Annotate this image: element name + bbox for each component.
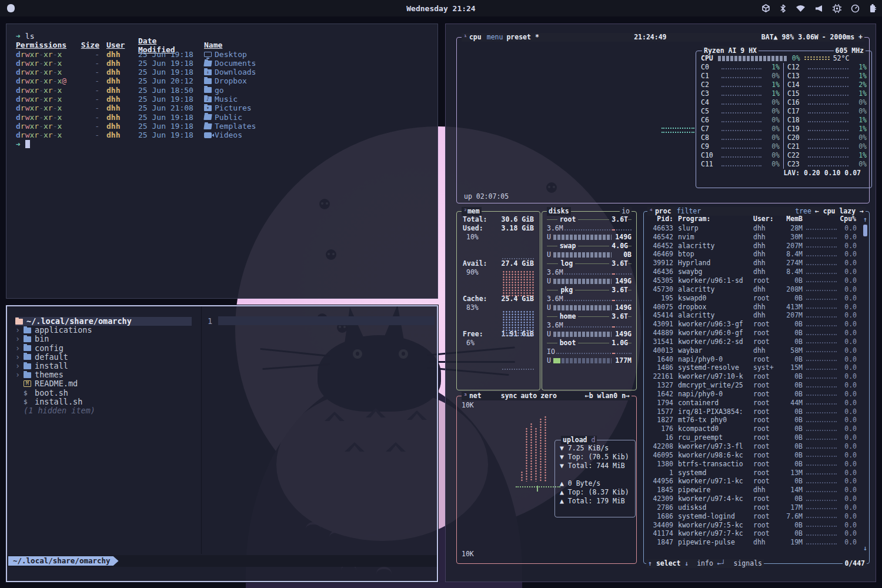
- process-row[interactable]: 1845 pipewire dhh 14M 0.0: [649, 486, 864, 495]
- date-modified: 25 Jun 20:12: [138, 76, 197, 85]
- process-row[interactable]: 1640 napi/phy0-0 root 0B 0.0: [649, 355, 864, 364]
- process-row[interactable]: 44889 kworker/u96:0-gf root 0B 0.0: [649, 329, 864, 338]
- process-row[interactable]: 42309 kworker/u97:4-kc root 0B 0.0: [649, 495, 864, 503]
- volume-icon[interactable]: [815, 5, 823, 12]
- process-row[interactable]: 22161 kworker/u97:10-k root 0B 0.0: [649, 372, 864, 381]
- owner: dhh: [106, 95, 133, 103]
- process-row[interactable]: 46095 kworker/u98:6-kc root 0B 0.0: [649, 451, 864, 460]
- process-row[interactable]: 40013 waybar dhh 58M 0.0: [649, 346, 864, 355]
- gauge-icon[interactable]: [851, 4, 860, 13]
- process-row[interactable]: 1486 systemd-resolve syst+ 15M 0.0: [649, 364, 864, 373]
- battery-icon[interactable]: [869, 4, 876, 13]
- editor-buffer[interactable]: 1: [202, 306, 437, 554]
- net-auto-toggle[interactable]: auto: [519, 392, 539, 400]
- tree-item[interactable]: › default: [15, 353, 195, 362]
- core-row: C17 0%: [787, 107, 867, 116]
- current-line-highlight: [218, 316, 435, 325]
- process-row[interactable]: 44956 kworker/u97:1-kc root 0B 0.0: [649, 477, 864, 486]
- select-key[interactable]: select: [656, 559, 681, 567]
- process-row[interactable]: 31541 kworker/u96:2-sd root 0B 0.0: [649, 338, 864, 346]
- proc-scrollbar[interactable]: [863, 225, 867, 236]
- terminal-window-ls[interactable]: ➜ ls Permissions Size User Date Modified…: [6, 24, 438, 299]
- net-zero-toggle[interactable]: zero: [539, 392, 559, 400]
- process-row[interactable]: 46633 slurp dhh 28M 0.0: [649, 224, 864, 233]
- disk-io-graph: [564, 270, 632, 275]
- process-cpu-graph: [806, 375, 837, 379]
- proc-tree-toggle[interactable]: tree: [793, 207, 813, 216]
- process-cpu-graph: [806, 305, 837, 309]
- bluetooth-icon[interactable]: [780, 4, 786, 13]
- menu-button[interactable]: menu: [485, 33, 505, 42]
- top-bar: Wednesday 21:24: [0, 0, 882, 16]
- folder-icon: [204, 132, 212, 138]
- core-row: C3 1%: [701, 89, 780, 98]
- cpu-panel: ¹cpu menu preset * 21:24:49 BAT▲ 98% 3.0…: [456, 37, 870, 203]
- tree-item[interactable]: › applications: [15, 326, 195, 335]
- net-sync-toggle[interactable]: sync: [499, 392, 519, 400]
- size: -: [81, 68, 99, 76]
- process-row[interactable]: 45305 kworker/u96:1-sd root 0B 0.0: [649, 276, 864, 285]
- process-row[interactable]: 195 kswapd0 root 0B 0.0: [649, 294, 864, 303]
- signals-key[interactable]: signals: [734, 559, 762, 567]
- editor-window[interactable]: ~/.local/share/omarchy › applications › …: [6, 305, 438, 582]
- process-row[interactable]: 40075 dropbox dhh 413M 0.0: [649, 303, 864, 312]
- process-row[interactable]: 1794 containerd root 44M 0.0: [649, 399, 864, 407]
- preset-button[interactable]: preset *: [505, 33, 540, 42]
- process-row[interactable]: 46469 btop dhh 8.4M 0.0: [649, 250, 864, 259]
- core-usage-graph: [808, 153, 848, 158]
- tree-item[interactable]: install.sh: [15, 397, 195, 406]
- process-row[interactable]: 176 kcompactd0 root 0B 0.0: [649, 425, 864, 433]
- process-row[interactable]: 41174 kworker/u97:7-kc root 0B 0.0: [649, 530, 864, 539]
- permissions: drwxr-xr-x: [16, 103, 81, 112]
- package-icon[interactable]: [761, 4, 770, 12]
- wifi-icon[interactable]: [796, 5, 806, 12]
- proc-sort-control[interactable]: ← cpu lazy →: [813, 207, 866, 216]
- process-row[interactable]: 1380 btrfs-transactio root 0B 0.0: [649, 460, 864, 469]
- process-row[interactable]: 1827 mt76-tx phy0 root 0B 0.0: [649, 416, 864, 425]
- scroll-up-indicator[interactable]: ↑: [863, 215, 867, 224]
- info-key[interactable]: info: [697, 559, 713, 567]
- process-row[interactable]: 42208 kworker/u97:3-fl root 0B 0.0: [649, 442, 864, 451]
- process-row[interactable]: 39912 Hyprland dhh 274M 0.0: [649, 259, 864, 268]
- process-row[interactable]: 16 rcu_preempt root 0B 0.0: [649, 433, 864, 442]
- tree-item[interactable]: boot.sh: [15, 389, 195, 397]
- process-row[interactable]: 43091 kworker/u96:3-gf root 0B 0.0: [649, 320, 864, 329]
- permissions: drwxr-xr-x@: [16, 76, 81, 85]
- process-row[interactable]: 34409 kworker/u97:5-kc root 0B 0.0: [649, 521, 864, 530]
- tree-item[interactable]: README.md: [15, 379, 195, 388]
- col-user: User: [106, 41, 133, 49]
- prompt-line[interactable]: ➜: [16, 140, 428, 149]
- tab-cpu[interactable]: ¹cpu: [462, 33, 485, 42]
- net-panel: ³net sync auto zero ←b wlan0 n→ 10K 10K …: [456, 396, 637, 564]
- disks-io-toggle[interactable]: io: [620, 207, 632, 216]
- tree-item[interactable]: › install: [15, 362, 195, 370]
- file-icon: [24, 390, 31, 396]
- net-interface[interactable]: ←b wlan0 n→: [583, 392, 632, 400]
- process-row[interactable]: 2786 udisksd root 17M 0.0: [649, 503, 864, 512]
- process-row[interactable]: 46542 nvim dhh 30M 0.0: [649, 233, 864, 242]
- process-row[interactable]: 46436 swaybg dhh 8.4M 0.0: [649, 268, 864, 276]
- process-row[interactable]: 1577 irq/81-PIXA3854: root 0B 0.0: [649, 407, 864, 416]
- process-cpu-graph: [806, 497, 837, 501]
- process-row[interactable]: 1327 dmcrypt_write/25 root 0B 0.0: [649, 381, 864, 390]
- process-row[interactable]: 1686 systemd-logind root 7.6M 0.0: [649, 512, 864, 521]
- process-row[interactable]: 1 systemd root 13M 0.0: [649, 469, 864, 477]
- process-row[interactable]: 1642 napi/phy0-0 root 0B 0.0: [649, 390, 864, 399]
- tree-item[interactable]: › bin: [15, 335, 195, 343]
- interval-control[interactable]: - 2000ms +: [820, 33, 864, 42]
- tree-item[interactable]: › themes: [15, 370, 195, 379]
- process-row[interactable]: 45730 alacritty dhh 208M 0.0: [649, 285, 864, 294]
- proc-filter-button[interactable]: filter: [675, 207, 703, 216]
- tree-item[interactable]: › config: [15, 344, 195, 353]
- chip-icon[interactable]: [833, 4, 841, 13]
- process-row[interactable]: 1847 pipewire-pulse dhh 19M 0.0: [649, 538, 864, 547]
- disk-io-graph: [556, 350, 632, 354]
- date-modified: 25 Jun 21:08: [138, 103, 197, 112]
- process-row[interactable]: 46452 alacritty dhh 207M 0.0: [649, 242, 864, 250]
- net-stats-box: upload d ▼ 7.25 KiB/s▼ Top: (70.5 Kib)▼ …: [554, 440, 636, 517]
- scroll-down-indicator[interactable]: ↓: [863, 544, 867, 553]
- file-icon: [24, 354, 31, 360]
- tree-root[interactable]: ~/.local/share/omarchy: [15, 317, 192, 326]
- process-row[interactable]: 45414 alacritty dhh 207M 0.0: [649, 311, 864, 320]
- btop-window[interactable]: ¹cpu menu preset * 21:24:49 BAT▲ 98% 3.0…: [445, 24, 876, 582]
